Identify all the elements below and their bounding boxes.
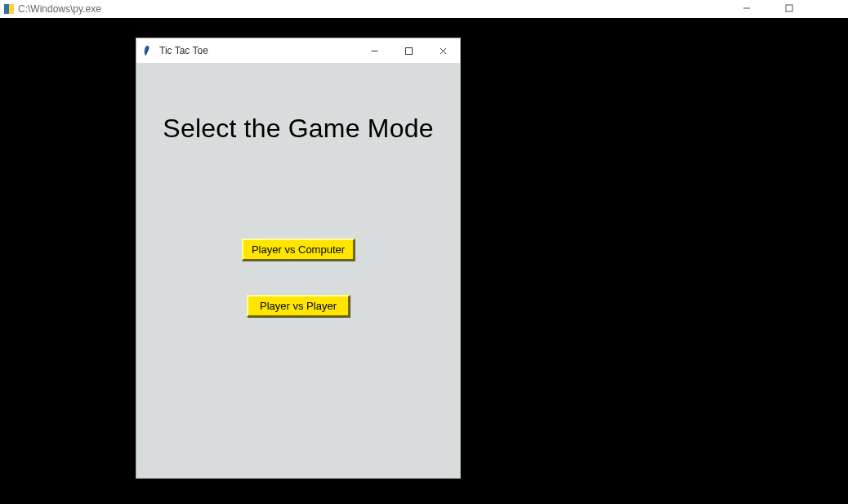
tkinter-window-controls: [357, 38, 460, 63]
svg-rect-3: [4, 9, 9, 14]
tkinter-maximize-button[interactable]: [391, 38, 426, 63]
tkinter-window-title: Tic Tac Toe: [159, 45, 208, 56]
svg-rect-2: [9, 4, 14, 9]
svg-rect-1: [9, 9, 14, 14]
outer-maximize-button[interactable]: [778, 3, 801, 16]
python-launcher-icon: [3, 3, 15, 15]
outer-minimize-button[interactable]: [735, 3, 758, 16]
console-client-area: Tic Tac Toe Select the Game Mode Player …: [0, 18, 848, 504]
tkinter-minimize-button[interactable]: [357, 38, 391, 63]
outer-window-controls: [735, 0, 843, 18]
player-vs-player-button[interactable]: Player vs Player: [247, 295, 350, 317]
svg-rect-0: [4, 4, 9, 9]
tkinter-window: Tic Tac Toe Select the Game Mode Player …: [136, 38, 461, 479]
svg-rect-5: [786, 5, 792, 11]
outer-window-titlebar: C:\Windows\py.exe: [0, 0, 848, 18]
outer-window-title: C:\Windows\py.exe: [18, 3, 101, 15]
tkinter-titlebar[interactable]: Tic Tac Toe: [136, 38, 460, 63]
tkinter-client-area: Select the Game Mode Player vs Computer …: [136, 63, 460, 478]
game-mode-heading: Select the Game Mode: [136, 114, 460, 144]
tkinter-feather-icon: [141, 45, 153, 56]
svg-rect-10: [405, 47, 412, 54]
player-vs-computer-button[interactable]: Player vs Computer: [242, 239, 355, 261]
tkinter-close-button[interactable]: [426, 38, 460, 63]
